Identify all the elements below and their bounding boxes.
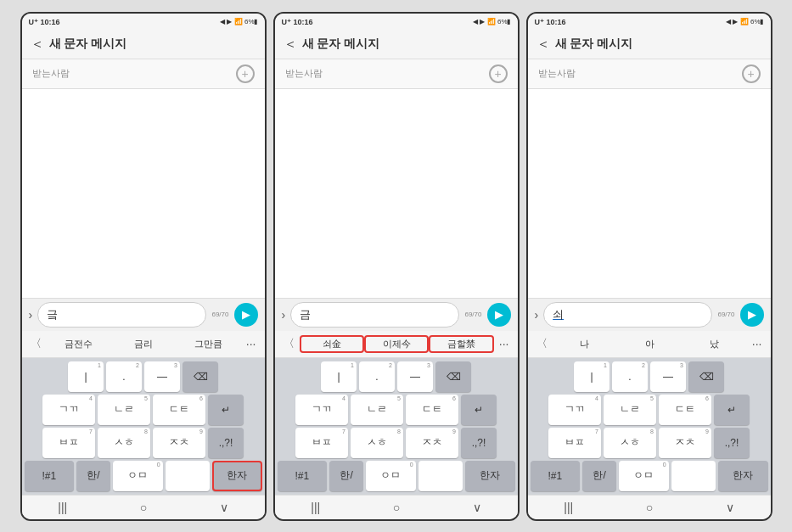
key-—[interactable]: 3— (397, 361, 433, 392)
key-ㅈㅊ[interactable]: 9ㅈㅊ (659, 428, 711, 458)
key-ㅅㅎ[interactable]: 8ㅅㅎ (604, 428, 656, 458)
key-|[interactable]: 1| (321, 361, 357, 392)
autocomplete-item-1[interactable]: 이제今 (364, 335, 429, 353)
key-.,?![interactable]: .,?! (461, 428, 497, 458)
message-area[interactable] (275, 89, 518, 298)
key-ㅂㅍ[interactable]: 7ㅂㅍ (295, 428, 348, 458)
nav-back-icon[interactable]: ∨ (726, 501, 734, 514)
key-row-0: 1|2.3—⌫ (25, 361, 262, 392)
key-!#1[interactable]: !#1 (531, 461, 581, 491)
autocomplete-item-2[interactable]: 금할禁 (429, 335, 493, 353)
key-!#1[interactable]: !#1 (278, 461, 328, 491)
key-ㄷㅌ[interactable]: 6ㄷㅌ (406, 395, 458, 425)
key-한/[interactable]: 한/ (329, 461, 363, 491)
message-area[interactable] (528, 89, 771, 298)
key-ㅂㅍ[interactable]: 7ㅂㅍ (548, 428, 601, 458)
send-button[interactable]: ▶ (740, 303, 764, 327)
key-ㄷㅌ[interactable]: 6ㄷㅌ (153, 395, 205, 425)
key-row-3: !#1한/0ㅇㅁ 한자 (278, 461, 515, 491)
autocomplete-row: 〈쇠金이제今금할禁··· (275, 331, 518, 358)
nav-back-icon[interactable]: ∨ (473, 501, 481, 514)
header: ＜ 새 문자 메시지 (275, 31, 518, 59)
status-bar: U⁺ 10:16 ◀ ▶ 📶 6%▮ (528, 14, 771, 31)
keyboard: 1|2.3—⌫4ㄱㄲ5ㄴㄹ6ㄷㅌ↵7ㅂㅍ8ㅅㅎ9ㅈㅊ.,?!!#1한/0ㅇㅁ 한… (528, 358, 771, 495)
add-recipient-button[interactable]: + (742, 64, 761, 83)
autocomplete-item-2[interactable]: 그만큼 (176, 338, 240, 350)
autocomplete-back[interactable]: 〈 (278, 336, 300, 351)
key-ㅇㅁ[interactable]: 0ㅇㅁ (366, 461, 416, 491)
send-button[interactable]: ▶ (487, 303, 511, 327)
key-한자[interactable]: 한자 (465, 461, 515, 491)
key-⌫[interactable]: ⌫ (435, 361, 471, 392)
key-한자[interactable]: 한자 (718, 461, 768, 491)
key-.,?![interactable]: .,?! (714, 428, 750, 458)
key-ㄱㄲ[interactable]: 4ㄱㄲ (548, 395, 601, 425)
key-ㅅㅎ[interactable]: 8ㅅㅎ (98, 428, 150, 458)
key-한자[interactable]: 한자 (212, 461, 262, 491)
key-⌫[interactable]: ⌫ (183, 361, 218, 392)
back-button[interactable]: ＜ (536, 36, 550, 53)
autocomplete-more[interactable]: ··· (494, 337, 514, 350)
key-ㅇㅁ[interactable]: 0ㅇㅁ (619, 461, 669, 491)
key-—[interactable]: 3— (650, 361, 686, 392)
text-input[interactable]: 긐 (37, 302, 206, 328)
key-ㅂㅍ[interactable]: 7ㅂㅍ (42, 428, 95, 458)
back-button[interactable]: ＜ (31, 36, 44, 53)
autocomplete-item-0[interactable]: 쇠金 (300, 335, 364, 353)
autocomplete-back[interactable]: 〈 (25, 336, 47, 351)
autocomplete-more[interactable]: ··· (241, 337, 261, 350)
status-carrier: U⁺ 10:16 (282, 18, 313, 26)
key-↵[interactable]: ↵ (208, 395, 244, 425)
key-.[interactable]: 2. (612, 361, 648, 392)
autocomplete-item-0[interactable]: 금전수 (47, 338, 111, 350)
key-ㄴㄹ[interactable]: 5ㄴㄹ (351, 395, 403, 425)
input-chevron[interactable]: › (282, 308, 286, 322)
key-ㅇㅁ[interactable]: 0ㅇㅁ (113, 461, 163, 491)
back-button[interactable]: ＜ (284, 36, 297, 53)
input-chevron[interactable]: › (29, 308, 33, 322)
key-.[interactable]: 2. (359, 361, 395, 392)
autocomplete-item-1[interactable]: 금리 (111, 338, 176, 350)
key-!#1[interactable]: !#1 (25, 461, 75, 491)
key-ㄱㄲ[interactable]: 4ㄱㄲ (295, 395, 348, 425)
nav-back-icon[interactable]: ∨ (220, 501, 228, 514)
key-.,?![interactable]: .,?! (208, 428, 244, 458)
text-input[interactable]: 금 (290, 302, 459, 328)
autocomplete-item-1[interactable]: 아 (617, 338, 682, 350)
autocomplete-more[interactable]: ··· (747, 337, 767, 350)
add-recipient-button[interactable]: + (489, 64, 508, 83)
key-[interactable] (418, 461, 463, 491)
add-recipient-button[interactable]: + (236, 64, 255, 83)
key-[interactable] (166, 461, 210, 491)
key-한/[interactable]: 한/ (582, 461, 616, 491)
key-ㅅㅎ[interactable]: 8ㅅㅎ (351, 428, 403, 458)
key-|[interactable]: 1| (68, 361, 104, 392)
key-ㄷㅌ[interactable]: 6ㄷㅌ (659, 395, 711, 425)
autocomplete-item-2[interactable]: 났 (682, 338, 746, 350)
nav-home-icon[interactable]: ○ (140, 501, 147, 514)
nav-home-icon[interactable]: ○ (393, 501, 400, 514)
key-|[interactable]: 1| (574, 361, 609, 392)
key-ㄴㄹ[interactable]: 5ㄴㄹ (98, 395, 150, 425)
nav-menu-icon[interactable]: ||| (564, 501, 573, 514)
key-—[interactable]: 3— (144, 361, 180, 392)
input-chevron[interactable]: › (535, 308, 539, 322)
key-↵[interactable]: ↵ (461, 395, 497, 425)
key-.[interactable]: 2. (106, 361, 142, 392)
key-↵[interactable]: ↵ (714, 395, 750, 425)
key-ㅈㅊ[interactable]: 9ㅈㅊ (153, 428, 205, 458)
autocomplete-item-0[interactable]: 나 (553, 338, 617, 350)
autocomplete-back[interactable]: 〈 (531, 336, 553, 351)
send-button[interactable]: ▶ (234, 303, 258, 327)
text-input[interactable]: 쇠 (543, 302, 712, 328)
key-⌫[interactable]: ⌫ (688, 361, 724, 392)
nav-menu-icon[interactable]: ||| (311, 501, 320, 514)
key-ㅈㅊ[interactable]: 9ㅈㅊ (406, 428, 458, 458)
message-area[interactable] (22, 89, 265, 298)
key-ㄱㄲ[interactable]: 4ㄱㄲ (42, 395, 95, 425)
key-[interactable] (671, 461, 716, 491)
key-ㄴㄹ[interactable]: 5ㄴㄹ (604, 395, 656, 425)
nav-menu-icon[interactable]: ||| (58, 501, 67, 514)
key-한/[interactable]: 한/ (76, 461, 110, 491)
nav-home-icon[interactable]: ○ (646, 501, 653, 514)
